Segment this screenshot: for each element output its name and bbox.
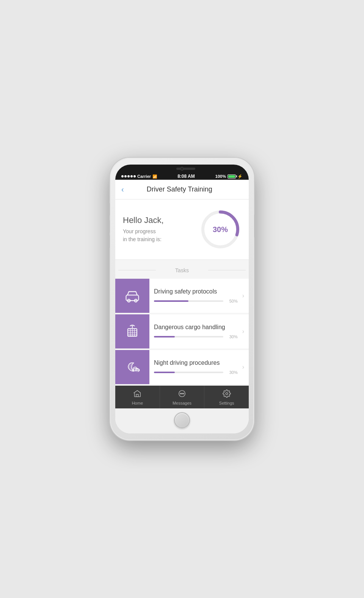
progress-percent-label: 30% [213,225,228,234]
task-progress-driving-safety: 50% [154,299,238,303]
svg-rect-17 [136,394,139,397]
nav-label-home: Home [132,401,143,405]
task-info-driving-safety: Driving safety protocols 50% [149,283,242,309]
phone-screen: Carrier 📶 8:08 AM 100% ⚡ ‹ Driver Safety… [115,165,249,433]
greeting-hello: Hello Jack, [123,215,164,225]
greeting-subtitle: Your progress in the training is: [123,228,164,243]
chevron-right-icon-3: › [242,364,249,370]
progress-circle: 30% [199,209,241,250]
task-item-driving-safety[interactable]: Driving safety protocols 50% › [115,279,249,313]
nav-item-settings[interactable]: Settings [204,386,249,408]
bottom-nav: Home Messages [115,386,249,408]
wifi-icon: 📶 [152,174,157,179]
task-info-night-driving: Night driving procedures 30% [149,354,242,380]
task-item-night-driving[interactable]: Night driving procedures 30% › [115,350,249,384]
carrier-label: Carrier [137,174,151,179]
task-info-cargo: Dangerous cargo handling 30% [149,319,242,344]
tasks-header-label: Tasks [115,263,249,277]
task-percent-3: 30% [226,370,238,375]
task-icon-cargo [115,314,149,348]
task-icon-moon [115,350,149,384]
settings-icon [223,389,231,400]
home-icon [133,389,141,400]
task-bar-bg-1 [154,300,223,302]
task-name-cargo: Dangerous cargo handling [154,324,238,331]
status-right: 100% ⚡ [215,174,243,179]
chevron-right-icon-1: › [242,292,249,299]
messages-icon [178,389,186,400]
nav-item-home[interactable]: Home [115,386,160,408]
nav-item-messages[interactable]: Messages [160,386,205,408]
app-content: ‹ Driver Safety Training Hello Jack, You… [115,180,249,408]
task-bar-bg-2 [154,336,223,337]
task-progress-night-driving: 30% [154,370,238,375]
task-bar-fill-2 [154,336,175,337]
task-percent-1: 50% [226,299,238,303]
phone-top-decoration [115,165,249,173]
speaker-grille [176,168,195,170]
task-icon-car [115,279,149,313]
greeting-block: Hello Jack, Your progress in the trainin… [123,215,164,243]
svg-point-22 [226,392,228,395]
progress-section: Hello Jack, Your progress in the trainin… [115,199,249,260]
time-display: 8:08 AM [177,174,195,179]
camera-lens [180,167,184,171]
phone-frame: Carrier 📶 8:08 AM 100% ⚡ ‹ Driver Safety… [110,158,254,440]
home-button-area [115,408,249,433]
status-bar: Carrier 📶 8:08 AM 100% ⚡ [115,173,249,180]
page-title: Driver Safety Training [127,185,232,193]
battery-icon [228,174,236,179]
chevron-right-icon-2: › [242,328,249,335]
task-bar-fill-1 [154,300,188,302]
nav-label-messages: Messages [173,401,191,405]
home-button[interactable] [174,412,190,428]
task-name-night-driving: Night driving procedures [154,359,238,366]
svg-point-21 [183,393,184,394]
signal-dots [121,175,136,177]
task-bar-fill-3 [154,372,175,373]
charging-icon: ⚡ [237,174,243,179]
svg-point-19 [180,393,181,394]
task-name-driving-safety: Driving safety protocols [154,288,238,295]
status-left: Carrier 📶 [121,174,157,179]
tasks-section: Tasks Driving safety [115,260,249,386]
task-item-cargo[interactable]: Dangerous cargo handling 30% › [115,314,249,348]
nav-label-settings: Settings [219,401,234,405]
task-bar-bg-3 [154,372,223,373]
svg-point-20 [182,393,182,394]
back-button[interactable]: ‹ [121,185,124,194]
task-progress-cargo: 30% [154,334,238,339]
battery-fill [228,175,235,178]
battery-percent: 100% [215,174,226,179]
app-header: ‹ Driver Safety Training [115,180,249,199]
task-percent-2: 30% [226,334,238,339]
